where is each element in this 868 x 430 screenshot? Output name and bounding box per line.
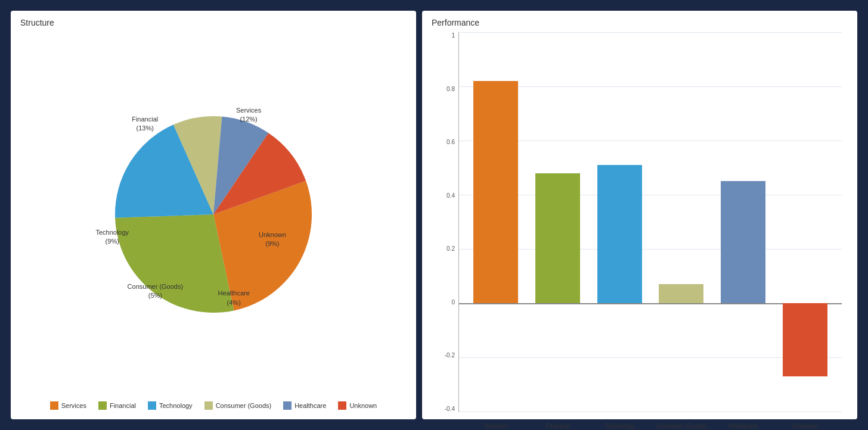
bar-rect — [783, 303, 827, 376]
bar-chart-wrapper: 1 0.8 0.6 0.4 0.2 0 -0.2 -0.4 ServicesFi… — [432, 32, 848, 412]
bar-label: Services — [485, 423, 507, 429]
bar-group: Financial — [530, 32, 586, 412]
y-axis: 1 0.8 0.6 0.4 0.2 0 -0.2 -0.4 — [438, 32, 458, 412]
legend-item-healthcare: Healthcare — [283, 401, 326, 410]
bar-chart-inner: 1 0.8 0.6 0.4 0.2 0 -0.2 -0.4 ServicesFi… — [438, 32, 842, 412]
pie-chart: Services(12%) Financial(13%) Technology(… — [100, 101, 327, 328]
legend-color-services — [50, 401, 58, 410]
y-label-neg04: -0.4 — [438, 406, 455, 412]
pie-label-technology: Technology(9%) — [95, 228, 129, 247]
legend-color-unknown — [338, 401, 346, 410]
legend-label-services: Services — [61, 402, 86, 409]
legend-label-consumer: Consumer (Goods) — [216, 402, 272, 409]
y-label-neg02: -0.2 — [438, 352, 455, 359]
legend-item-services: Services — [50, 401, 86, 410]
y-label-0: 0 — [438, 299, 455, 306]
legend: Services Financial Technology Consumer (… — [20, 397, 407, 412]
pie-label-financial: Financial(13%) — [132, 115, 158, 133]
bar-label: Technology — [604, 423, 635, 429]
performance-title: Performance — [432, 18, 848, 27]
legend-label-financial: Financial — [110, 402, 136, 409]
legend-color-financial — [98, 401, 107, 410]
grid-line — [459, 412, 842, 412]
bar-rect — [597, 165, 642, 303]
dashboard-container: Structure — [5, 5, 863, 425]
legend-color-consumer — [204, 401, 213, 410]
legend-item-technology: Technology — [148, 401, 193, 410]
structure-title: Structure — [20, 18, 407, 27]
y-label-04: 0.4 — [438, 192, 455, 199]
bar-group: Services — [468, 32, 524, 412]
legend-color-healthcare — [283, 401, 292, 410]
bar-rect — [659, 284, 703, 303]
bar-rect — [721, 181, 765, 303]
pie-chart-area: Services(12%) Financial(13%) Technology(… — [20, 32, 407, 397]
bar-group: Unknown — [777, 32, 833, 412]
bar-group: Consumer (Goods) — [653, 32, 709, 412]
bars-container: ServicesFinancialTechnologyConsumer (Goo… — [459, 32, 842, 412]
legend-label-healthcare: Healthcare — [294, 402, 326, 409]
structure-panel: Structure — [11, 11, 416, 419]
y-label-1: 1 — [438, 32, 455, 39]
bar-label: Financial — [545, 423, 569, 429]
y-label-08: 0.8 — [438, 86, 455, 92]
bar-group: Technology — [591, 32, 647, 412]
pie-label-consumer: Consumer (Goods)(5%) — [128, 282, 184, 301]
bar-chart-plot: ServicesFinancialTechnologyConsumer (Goo… — [458, 32, 842, 412]
bar-group: Healthcare — [715, 32, 771, 412]
bar-label: Healthcare — [728, 423, 757, 429]
bar-label: Consumer (Goods) — [656, 423, 706, 429]
y-label-02: 0.2 — [438, 245, 455, 252]
performance-panel: Performance 1 0.8 0.6 0.4 0.2 0 -0.2 -0.… — [422, 11, 857, 419]
bar-rect — [473, 81, 518, 303]
legend-item-financial: Financial — [98, 401, 136, 410]
y-label-06: 0.6 — [438, 139, 455, 145]
legend-color-technology — [148, 401, 156, 410]
legend-label-technology: Technology — [159, 402, 193, 409]
legend-item-consumer: Consumer (Goods) — [204, 401, 272, 410]
legend-label-unknown: Unknown — [349, 402, 377, 409]
pie-label-healthcare: Healthcare(4%) — [218, 289, 250, 307]
pie-label-unknown: Unknown(9%) — [259, 230, 286, 249]
bar-rect — [535, 173, 580, 303]
pie-label-services: Services(12%) — [236, 106, 261, 124]
legend-item-unknown: Unknown — [338, 401, 377, 410]
bar-label: Unknown — [792, 423, 817, 429]
